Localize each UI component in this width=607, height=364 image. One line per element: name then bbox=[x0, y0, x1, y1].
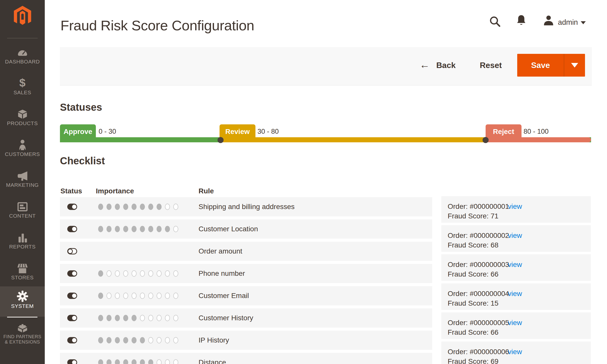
importance-dot[interactable] bbox=[132, 293, 137, 299]
importance-dot[interactable] bbox=[123, 315, 128, 321]
importance-dot[interactable] bbox=[98, 204, 103, 210]
importance-dot[interactable] bbox=[140, 293, 145, 299]
importance-dot[interactable] bbox=[165, 293, 170, 299]
back-button[interactable]: Back bbox=[436, 61, 456, 70]
importance-dot[interactable] bbox=[140, 315, 145, 321]
view-link[interactable]: view bbox=[508, 347, 522, 357]
importance-dot[interactable] bbox=[132, 204, 137, 210]
importance-dot[interactable] bbox=[173, 293, 178, 299]
importance-dot[interactable] bbox=[106, 270, 112, 277]
importance-dot[interactable] bbox=[98, 293, 103, 299]
importance-dot[interactable] bbox=[148, 315, 153, 321]
importance-dot[interactable] bbox=[98, 359, 103, 364]
importance-dot[interactable] bbox=[123, 337, 128, 344]
importance-dot[interactable] bbox=[115, 359, 120, 364]
importance-dot[interactable] bbox=[140, 204, 145, 210]
importance-dot[interactable] bbox=[157, 359, 162, 364]
importance-dot[interactable] bbox=[157, 226, 162, 232]
importance-dot[interactable] bbox=[132, 270, 137, 277]
importance-dot[interactable] bbox=[123, 204, 128, 210]
admin-user-menu[interactable]: admin bbox=[558, 18, 578, 27]
importance-dot[interactable] bbox=[98, 337, 103, 344]
importance-dot[interactable] bbox=[140, 226, 145, 232]
importance-dot[interactable] bbox=[123, 270, 128, 277]
caret-down-icon[interactable] bbox=[581, 21, 586, 24]
view-link[interactable]: view bbox=[508, 318, 522, 328]
importance-dot[interactable] bbox=[115, 226, 120, 232]
view-link[interactable]: view bbox=[508, 289, 522, 299]
user-icon[interactable] bbox=[543, 15, 554, 26]
magento-logo[interactable] bbox=[13, 6, 32, 27]
importance-dot[interactable] bbox=[157, 337, 162, 344]
importance-dot[interactable] bbox=[106, 226, 112, 232]
importance-dot[interactable] bbox=[148, 204, 153, 210]
save-button[interactable]: Save bbox=[517, 54, 585, 77]
importance-dot[interactable] bbox=[165, 315, 170, 321]
sidebar-item-reports[interactable]: REPORTS bbox=[0, 233, 45, 250]
view-link[interactable]: view bbox=[508, 202, 522, 211]
importance-dot[interactable] bbox=[148, 293, 153, 299]
importance-dot[interactable] bbox=[106, 337, 112, 344]
status-toggle[interactable] bbox=[67, 315, 77, 321]
status-toggle[interactable] bbox=[67, 359, 77, 364]
importance-dot[interactable] bbox=[140, 359, 145, 364]
reset-button[interactable]: Reset bbox=[480, 61, 502, 70]
search-icon[interactable] bbox=[489, 16, 501, 27]
importance-dot[interactable] bbox=[157, 315, 162, 321]
importance-dot[interactable] bbox=[123, 226, 128, 232]
importance-dot[interactable] bbox=[98, 226, 103, 232]
importance-dot[interactable] bbox=[115, 315, 120, 321]
importance-dot[interactable] bbox=[173, 315, 178, 321]
importance-dot[interactable] bbox=[132, 337, 137, 344]
status-toggle[interactable] bbox=[67, 293, 77, 299]
importance-dot[interactable] bbox=[148, 270, 153, 277]
importance-dot[interactable] bbox=[148, 359, 153, 364]
importance-dot[interactable] bbox=[173, 270, 178, 277]
importance-dot[interactable] bbox=[115, 270, 120, 277]
slider-handle-approve-review[interactable] bbox=[218, 137, 224, 143]
importance-dot[interactable] bbox=[148, 337, 153, 344]
importance-dot[interactable] bbox=[157, 204, 162, 210]
importance-dot[interactable] bbox=[165, 204, 170, 210]
sidebar-item-find-partners[interactable]: FIND PARTNERS & EXTENSIONS bbox=[0, 322, 45, 345]
importance-dot[interactable] bbox=[173, 337, 178, 344]
importance-dot[interactable] bbox=[165, 337, 170, 344]
sidebar-item-content[interactable]: CONTENT bbox=[0, 202, 45, 219]
importance-dot[interactable] bbox=[165, 359, 170, 364]
bell-icon[interactable] bbox=[516, 15, 527, 26]
view-link[interactable]: view bbox=[508, 231, 522, 240]
importance-dot[interactable] bbox=[132, 226, 137, 232]
importance-dot[interactable] bbox=[140, 270, 145, 277]
importance-dot[interactable] bbox=[157, 293, 162, 299]
sidebar-item-marketing[interactable]: MARKETING bbox=[0, 171, 45, 188]
importance-dot[interactable] bbox=[106, 315, 112, 321]
importance-dot[interactable] bbox=[173, 204, 178, 210]
sidebar-item-dashboard[interactable]: DASHBOARD bbox=[0, 48, 45, 65]
sidebar-item-products[interactable]: PRODUCTS bbox=[0, 109, 45, 126]
importance-dot[interactable] bbox=[106, 293, 112, 299]
importance-dot[interactable] bbox=[115, 293, 120, 299]
sidebar-item-stores[interactable]: STORES bbox=[0, 263, 45, 281]
importance-dot[interactable] bbox=[123, 293, 128, 299]
importance-dot[interactable] bbox=[148, 226, 153, 232]
save-options-toggle[interactable] bbox=[564, 54, 585, 77]
importance-dot[interactable] bbox=[132, 315, 137, 321]
save-button-label[interactable]: Save bbox=[517, 54, 564, 77]
slider-handle-review-reject[interactable] bbox=[483, 137, 489, 143]
arrow-left-icon[interactable]: ← bbox=[420, 60, 430, 70]
importance-dot[interactable] bbox=[115, 337, 120, 344]
view-link[interactable]: view bbox=[508, 260, 522, 269]
importance-dot[interactable] bbox=[173, 226, 178, 232]
importance-dot[interactable] bbox=[165, 226, 170, 232]
importance-dot[interactable] bbox=[165, 270, 170, 277]
importance-dot[interactable] bbox=[98, 270, 103, 277]
importance-dot[interactable] bbox=[173, 359, 178, 364]
importance-dot[interactable] bbox=[157, 270, 162, 277]
sidebar-item-system-active[interactable]: SYSTEM bbox=[0, 286, 45, 317]
importance-dot[interactable] bbox=[123, 359, 128, 364]
importance-dot[interactable] bbox=[106, 359, 112, 364]
sidebar-item-sales[interactable]: $ SALES bbox=[0, 77, 45, 96]
status-toggle[interactable] bbox=[67, 270, 77, 277]
importance-dot[interactable] bbox=[132, 359, 137, 364]
status-toggle[interactable] bbox=[67, 337, 77, 344]
